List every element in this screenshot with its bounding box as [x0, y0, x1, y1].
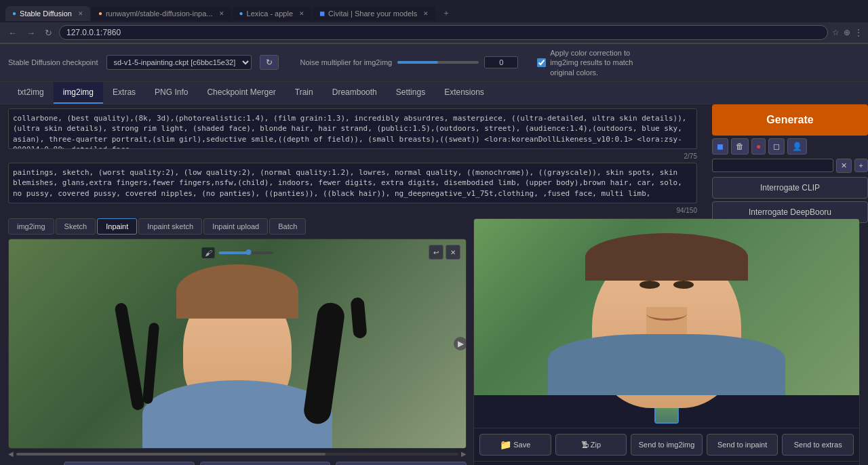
brush-icon: 🖌	[202, 247, 215, 258]
nav-tab-extras[interactable]: Extras	[103, 82, 145, 104]
panel-toggle[interactable]: ▶	[454, 337, 467, 350]
sub-tab-inpaint-upload[interactable]: Inpaint upload	[203, 218, 268, 235]
canvas-area[interactable]: 🖌 ↩ ✕ ▶	[8, 239, 467, 449]
browser-chrome: ● Stable Diffusion ✕ ● runwayml/stable-d…	[0, 0, 868, 44]
nav-tab-settings[interactable]: Settings	[387, 82, 435, 104]
checkpoint-label: Stable Diffusion checkpoint	[8, 58, 98, 66]
color-correction-checkbox[interactable]	[537, 58, 546, 67]
clear-tool[interactable]: ✕	[446, 245, 460, 260]
undo-tool[interactable]: ↩	[429, 245, 443, 260]
output-hair	[585, 233, 748, 281]
tab-close-1[interactable]: ✕	[78, 10, 83, 17]
body-shape	[142, 380, 332, 448]
tab-runwayml[interactable]: ● runwayml/stable-diffusion-inpa... ✕	[92, 6, 231, 21]
output-actions: 📁 Save 🗜 Zip Send to img2img Send to inp…	[474, 428, 859, 461]
positive-prompt-input[interactable]: collarbone, (best quality),(8k, 3d),(pho…	[8, 108, 697, 149]
noise-value-input[interactable]	[484, 56, 518, 68]
nav-tab-train[interactable]: Train	[285, 82, 323, 104]
style-icon-trash[interactable]: 🗑	[731, 138, 749, 155]
main-nav: txt2img img2img Extras PNG Info Checkpoi…	[0, 82, 868, 104]
paint-stroke-1	[114, 302, 145, 411]
url-input[interactable]: 127.0.0.1:7860	[59, 25, 828, 40]
extension-icon[interactable]: ⊕	[844, 28, 850, 37]
send-to-img2img-button[interactable]: Send to img2img	[631, 434, 703, 456]
brush-slider-thumb	[246, 249, 252, 255]
styles-apply-button[interactable]: ✕	[836, 159, 852, 173]
sub-tab-sketch[interactable]: Sketch	[56, 218, 96, 235]
style-icons-row: ◼ 🗑 ● ◻ 👤	[712, 138, 868, 155]
output-image-area: ✕	[474, 219, 859, 395]
save-button[interactable]: 📁 Save	[479, 434, 551, 456]
sub-tab-batch[interactable]: Batch	[269, 218, 306, 235]
brush-slider-track[interactable]	[219, 251, 273, 254]
brush-slider-fill	[219, 251, 249, 254]
scroll-right-btn[interactable]: ▶	[461, 450, 467, 458]
output-body	[548, 334, 785, 395]
scroll-thumb	[16, 453, 326, 456]
styles-row: ✕ +	[712, 159, 868, 173]
refresh-button[interactable]: ↻	[42, 26, 55, 39]
tab-close-4[interactable]: ✕	[423, 10, 429, 17]
style-icon-blue[interactable]: ◼	[712, 138, 728, 155]
negative-prompt-container: paintings, sketch, (worst quality:2), (l…	[8, 163, 697, 214]
sub-tab-inpaint-sketch[interactable]: Inpaint sketch	[138, 218, 202, 235]
nav-tab-dreambooth[interactable]: Dreambooth	[323, 82, 387, 104]
checkpoint-select[interactable]: sd-v1-5-inpainting.ckpt [c6bbc15e32]	[106, 55, 252, 70]
tab-close-2[interactable]: ✕	[219, 10, 224, 17]
forward-button[interactable]: →	[24, 26, 38, 39]
checkpoint-refresh-button[interactable]: ↻	[260, 55, 279, 70]
nav-tab-pnginfo[interactable]: PNG Info	[145, 82, 197, 104]
menu-icon[interactable]: ⋮	[854, 28, 863, 37]
interrogate-clip-button[interactable]: Interrogate CLIP	[712, 177, 868, 199]
new-tab-button[interactable]: ＋	[437, 4, 456, 22]
app-content: Stable Diffusion checkpoint sd-v1-5-inpa…	[0, 44, 868, 465]
styles-input[interactable]	[712, 159, 833, 172]
positive-prompt-counter: 2/75	[8, 153, 697, 160]
scroll-left-btn[interactable]: ◀	[8, 450, 14, 458]
right-controls: Generate ◼ 🗑 ● ◻ 👤 ✕ + Interrogate CLIP …	[712, 104, 868, 223]
nav-tab-img2img[interactable]: img2img	[54, 82, 103, 104]
style-icon-person[interactable]: 👤	[787, 138, 807, 155]
style-icon-red[interactable]: ●	[751, 138, 766, 155]
nav-tab-txt2img[interactable]: txt2img	[8, 82, 54, 104]
sub-tab-img2img[interactable]: img2img	[8, 218, 54, 235]
bookmark-icon[interactable]: ☆	[832, 28, 840, 37]
tab-label: Civitai | Share your models	[328, 9, 417, 18]
generate-button[interactable]: Generate	[712, 104, 868, 136]
canvas-scrollbar: ◀ ▶	[8, 450, 467, 458]
canvas-toolbar: ↩ ✕	[429, 245, 460, 260]
tab-civitai[interactable]: ◼ Civitai | Share your models ✕	[313, 6, 435, 21]
prompts-area: collarbone, (best quality),(8k, 3d),(pho…	[0, 104, 868, 214]
output-section: ✕	[473, 218, 860, 465]
copy-to-sketch-button[interactable]: sketch	[200, 462, 331, 465]
tab-label: runwayml/stable-diffusion-inpa...	[106, 9, 213, 18]
positive-prompt-container: collarbone, (best quality),(8k, 3d),(pho…	[8, 108, 697, 160]
output-image-bg	[474, 219, 859, 395]
styles-add-button[interactable]: +	[854, 159, 868, 172]
brush-size-bar: 🖌	[202, 247, 273, 258]
noise-slider[interactable]	[397, 61, 479, 64]
tab-bar: ● Stable Diffusion ✕ ● runwayml/stable-d…	[0, 0, 868, 22]
folder-icon: 📁	[500, 439, 511, 450]
negative-prompt-counter: 94/150	[8, 207, 697, 214]
tab-stable-diffusion[interactable]: ● Stable Diffusion ✕	[5, 6, 90, 21]
nav-tab-checkpoint-merger[interactable]: Checkpoint Merger	[197, 82, 285, 104]
scroll-track[interactable]	[16, 453, 458, 456]
nav-tab-extensions[interactable]: Extensions	[435, 82, 494, 104]
style-icon-box[interactable]: ◻	[768, 138, 785, 155]
zip-button[interactable]: 🗜 Zip	[555, 434, 627, 456]
tab-lexica[interactable]: ● Lexica - apple ✕	[233, 6, 312, 21]
back-button[interactable]: ←	[5, 26, 20, 39]
send-to-extras-button[interactable]: Send to extras	[782, 434, 854, 456]
tab-close-3[interactable]: ✕	[299, 10, 304, 17]
noise-section: Noise multiplier for img2img	[300, 56, 519, 68]
output-eye-right	[673, 281, 694, 289]
checkpoint-bar: Stable Diffusion checkpoint sd-v1-5-inpa…	[0, 44, 868, 82]
negative-prompt-input[interactable]: paintings, sketch, (worst quality:2), (l…	[8, 163, 697, 203]
noise-slider-fill	[397, 61, 438, 64]
output-panel: ✕	[473, 218, 860, 465]
send-to-inpaint-button[interactable]: Send to inpaint	[707, 434, 778, 456]
sub-tab-inpaint[interactable]: Inpaint	[97, 218, 137, 235]
copy-to-inpaint-sketch-button[interactable]: inpaint sketch	[336, 462, 467, 465]
copy-to-img2img-button[interactable]: img2img	[64, 462, 195, 465]
